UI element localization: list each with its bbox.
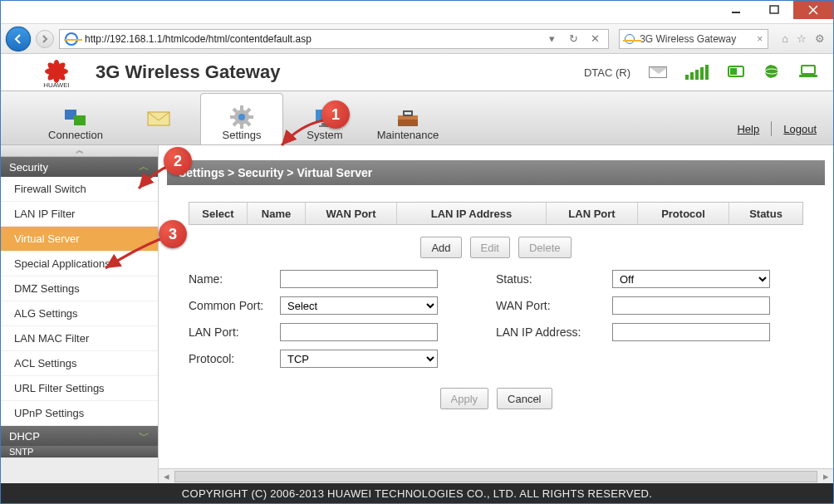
sidebar-item-lan-mac-filter[interactable]: LAN MAC Filter bbox=[1, 326, 158, 351]
window-close-button[interactable] bbox=[793, 1, 833, 19]
nav-connection[interactable]: Connection bbox=[34, 95, 117, 144]
sidebar-scroll-up[interactable]: ︽ bbox=[1, 145, 158, 157]
ie-icon bbox=[625, 34, 635, 44]
col-wan-port: WAN Port bbox=[306, 203, 397, 224]
nav-sms[interactable]: SMS bbox=[117, 95, 200, 144]
favorites-icon[interactable]: ☆ bbox=[797, 32, 807, 45]
sidebar-item-url-filter-settings[interactable]: URL Filter Settings bbox=[1, 376, 158, 401]
browser-command-icons: ⌂ ☆ ⚙ bbox=[782, 32, 825, 45]
sidebar-item-label: LAN IP Filter bbox=[14, 208, 75, 220]
svg-line-19 bbox=[233, 109, 237, 112]
nav-label: Connection bbox=[48, 129, 103, 141]
back-button[interactable] bbox=[6, 27, 31, 51]
breadcrumb-text: Settings > Security > Virtual Server bbox=[179, 166, 372, 179]
sidebar-item-special-applications[interactable]: Special Applications bbox=[1, 252, 158, 276]
name-input[interactable] bbox=[280, 270, 438, 288]
sidebar-item-label: URL Filter Settings bbox=[14, 382, 105, 394]
sidebar-item-label: Special Applications bbox=[14, 257, 110, 270]
nav-label: System bbox=[307, 129, 342, 141]
nav-maintenance[interactable]: Maintenance bbox=[366, 95, 449, 144]
wan-port-input[interactable] bbox=[612, 296, 770, 315]
page-header: HUAWEI 3G Wireless Gateway DTAC (R) bbox=[1, 54, 833, 91]
ie-icon bbox=[65, 32, 78, 46]
sidebar-section-dhcp[interactable]: DHCP ﹀ bbox=[1, 426, 158, 446]
svg-rect-1 bbox=[770, 6, 778, 13]
footer-text: COPYRIGHT (C) 2006-2013 HUAWEI TECHNOLOG… bbox=[182, 487, 652, 500]
lan-ip-input[interactable] bbox=[612, 323, 770, 341]
svg-line-21 bbox=[247, 109, 250, 112]
logout-link[interactable]: Logout bbox=[783, 123, 817, 135]
help-link[interactable]: Help bbox=[737, 123, 759, 135]
col-lan-port: LAN Port bbox=[547, 203, 638, 224]
svg-point-14 bbox=[238, 114, 245, 120]
nav-settings[interactable]: Settings bbox=[200, 93, 283, 144]
sidebar-item-dmz-settings[interactable]: DMZ Settings bbox=[1, 276, 158, 301]
sidebar-item-label: Firewall Switch bbox=[14, 183, 86, 195]
protocol-label: Protocol: bbox=[189, 352, 280, 365]
globe-icon bbox=[763, 63, 780, 82]
col-select: Select bbox=[189, 203, 248, 224]
window-titlebar bbox=[1, 1, 833, 24]
delete-button[interactable]: Delete bbox=[518, 237, 572, 258]
sidebar-item-lan-ip-filter[interactable]: LAN IP Filter bbox=[1, 202, 158, 227]
callout-1: 1 bbox=[321, 100, 350, 129]
carrier-label: DTAC (R) bbox=[584, 66, 630, 79]
name-label: Name: bbox=[189, 272, 280, 286]
page-title: 3G Wireless Gateway bbox=[96, 61, 280, 83]
home-icon[interactable]: ⌂ bbox=[782, 32, 788, 45]
svg-line-22 bbox=[233, 122, 237, 125]
sidebar-item-acl-settings[interactable]: ACL Settings bbox=[1, 351, 158, 376]
tools-icon[interactable]: ⚙ bbox=[815, 32, 825, 45]
sidebar-item-virtual-server[interactable]: Virtual Server bbox=[1, 227, 158, 252]
dropdown-icon[interactable]: ▾ bbox=[543, 32, 560, 45]
form-area: Add Edit Delete Name: Status: Off Common… bbox=[189, 237, 803, 421]
sidebar-section-label: Security bbox=[9, 161, 48, 174]
svg-rect-8 bbox=[802, 66, 815, 74]
sidebar-item-alg-settings[interactable]: ALG Settings bbox=[1, 301, 158, 326]
protocol-select[interactable]: TCP bbox=[280, 350, 438, 368]
cancel-button[interactable]: Cancel bbox=[497, 388, 552, 409]
sidebar-item-label: UPnP Settings bbox=[14, 407, 84, 419]
callout-3: 3 bbox=[159, 220, 187, 248]
horizontal-scrollbar[interactable]: ◂ ▸ bbox=[159, 468, 833, 483]
sidebar-section-sntp[interactable]: SNTP bbox=[1, 446, 158, 458]
sidebar-item-firewall-switch[interactable]: Firewall Switch bbox=[1, 177, 158, 202]
lan-port-input[interactable] bbox=[280, 323, 438, 341]
svg-rect-5 bbox=[730, 68, 737, 75]
window-minimize-button[interactable] bbox=[717, 1, 755, 19]
common-port-select[interactable]: Select bbox=[280, 296, 438, 315]
nav-label: Maintenance bbox=[377, 129, 439, 141]
laptop-icon bbox=[798, 64, 818, 81]
stop-icon[interactable]: ✕ bbox=[586, 32, 603, 45]
page-body: ︽ Security ︿ Firewall Switch LAN IP Filt… bbox=[1, 145, 833, 483]
refresh-icon[interactable]: ↻ bbox=[565, 32, 581, 45]
sidebar-section-security[interactable]: Security ︿ bbox=[1, 157, 158, 177]
col-lan-ip: LAN IP Address bbox=[397, 203, 547, 224]
address-bar[interactable]: ▾ ↻ ✕ bbox=[59, 29, 609, 49]
window-maximize-button[interactable] bbox=[755, 1, 793, 19]
tab-close-icon[interactable]: × bbox=[757, 33, 763, 45]
add-button[interactable]: Add bbox=[420, 237, 461, 258]
nav-label: Settings bbox=[223, 129, 262, 141]
url-input[interactable] bbox=[83, 32, 538, 46]
sidebar-item-upnp-settings[interactable]: UPnP Settings bbox=[1, 401, 158, 426]
browser-toolbar: ▾ ↻ ✕ 3G Wireless Gateway × ⌂ ☆ ⚙ bbox=[1, 24, 833, 54]
signal-icon bbox=[685, 65, 709, 80]
sidebar-item-label: ALG Settings bbox=[14, 307, 78, 320]
edit-button[interactable]: Edit bbox=[470, 237, 510, 258]
tab-title: 3G Wireless Gateway bbox=[640, 33, 736, 45]
toolbox-icon bbox=[395, 107, 421, 129]
sidebar-list: Firewall Switch LAN IP Filter Virtual Se… bbox=[1, 177, 158, 426]
sidebar-item-label: Virtual Server bbox=[14, 232, 80, 245]
lan-port-label: LAN Port: bbox=[189, 325, 280, 339]
status-select[interactable]: Off bbox=[612, 270, 770, 288]
browser-tab[interactable]: 3G Wireless Gateway × bbox=[619, 29, 768, 49]
arrow-left-icon bbox=[12, 33, 24, 45]
mail-icon[interactable] bbox=[649, 66, 667, 78]
sidebar: ︽ Security ︿ Firewall Switch LAN IP Filt… bbox=[1, 145, 159, 483]
sidebar-section-label: SNTP bbox=[9, 447, 33, 457]
apply-button[interactable]: Apply bbox=[440, 388, 489, 409]
forward-button[interactable] bbox=[36, 30, 54, 48]
col-status: Status bbox=[729, 203, 802, 224]
common-port-label: Common Port: bbox=[189, 299, 280, 312]
